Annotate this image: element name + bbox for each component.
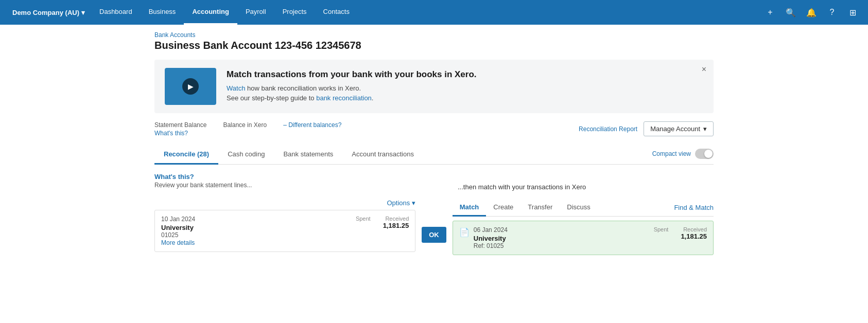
matched-tx-date: 06 Jan 2024: [474, 226, 650, 234]
watch-link[interactable]: Watch: [227, 84, 245, 92]
matched-transaction-row: 📄 06 Jan 2024 University Ref: 01025 Spen…: [453, 221, 714, 255]
bank-tx-date: 10 Jan 2024: [161, 216, 352, 223]
match-tab-match[interactable]: Match: [453, 199, 487, 217]
document-icon: 📄: [459, 227, 470, 237]
tab-reconcile[interactable]: Reconcile (28): [154, 145, 218, 165]
spacer: [419, 173, 449, 195]
match-tab-create[interactable]: Create: [486, 199, 520, 217]
page-title: Business Bank Account 123-456 12345678: [154, 40, 714, 51]
nav-item-payroll[interactable]: Payroll: [237, 0, 274, 25]
manage-account-chevron-icon: ▾: [703, 125, 707, 133]
breadcrumb[interactable]: Bank Accounts: [154, 31, 195, 39]
compact-view-label: Compact view: [652, 150, 691, 157]
left-section-header: What's this? Review your bank statement …: [154, 173, 410, 195]
toggle-knob: [704, 150, 713, 158]
bank-tx-amounts: Spent Received 1,181.25: [356, 216, 409, 229]
nav-item-projects[interactable]: Projects: [274, 0, 315, 25]
match-tab-discuss[interactable]: Discuss: [560, 199, 598, 217]
top-navigation: Demo Company (AU) ▾ Dashboard Business A…: [0, 0, 868, 25]
options-button[interactable]: Options ▾: [387, 199, 415, 207]
ok-button[interactable]: OK: [422, 227, 446, 243]
company-name-text: Demo Company (AU): [12, 9, 79, 16]
search-button[interactable]: 🔍: [782, 3, 800, 22]
page-header: Bank Accounts Business Bank Account 123-…: [0, 25, 868, 56]
matched-received-label: Received: [681, 226, 707, 232]
balance-labels-group: Statement Balance Balance in Xero – Diff…: [154, 121, 341, 137]
help-button[interactable]: ?: [823, 3, 841, 22]
left-sublabel: Review your bank statement lines...: [154, 182, 410, 189]
promo-content: Match transactions from your bank with y…: [227, 69, 703, 104]
right-sublabel: ...then match with your transactions in …: [458, 173, 714, 191]
received-label: Received: [383, 216, 409, 222]
spent-col: Spent: [356, 216, 371, 222]
grid-menu-button[interactable]: ⊞: [843, 3, 862, 22]
nav-item-accounting[interactable]: Accounting: [184, 0, 237, 25]
bank-tx-ref: 01025: [161, 231, 352, 239]
find-and-match-link[interactable]: Find & Match: [674, 200, 714, 216]
bank-tx-name: University: [161, 224, 352, 231]
balance-actions: Reconciliation Report Manage Account ▾: [579, 121, 714, 136]
nav-item-dashboard[interactable]: Dashboard: [91, 0, 141, 25]
manage-account-button[interactable]: Manage Account ▾: [644, 121, 714, 136]
matched-tx-ref: Ref: 01025: [474, 242, 650, 249]
received-col: Received 1,181.25: [383, 216, 409, 229]
promo-title: Match transactions from your bank with y…: [227, 69, 703, 80]
bank-tx-info: 10 Jan 2024 University 01025 More detail…: [161, 216, 352, 246]
nav-items: Dashboard Business Accounting Payroll Pr…: [91, 0, 761, 25]
matched-received-value: 1,181.25: [681, 232, 707, 240]
bank-reconciliation-link[interactable]: bank reconciliation: [316, 94, 372, 102]
matched-tx-name: University: [474, 235, 650, 242]
left-column: Options ▾ 10 Jan 2024 University 01025 M…: [154, 199, 415, 255]
right-column: Match Create Transfer Discuss Find & Mat…: [453, 199, 714, 255]
options-row: Options ▾: [154, 199, 415, 207]
received-value: 1,181.25: [383, 222, 409, 229]
balance-labels: Statement Balance Balance in Xero – Diff…: [154, 121, 341, 129]
promo-watch-text: Watch how bank reconciliation works in X…: [227, 84, 703, 92]
notifications-button[interactable]: 🔔: [802, 3, 821, 22]
bank-transaction-row: 10 Jan 2024 University 01025 More detail…: [154, 210, 415, 252]
statement-balance-label: Statement Balance: [154, 121, 206, 129]
tab-bank-statements[interactable]: Bank statements: [274, 145, 342, 165]
promo-close-button[interactable]: ×: [702, 65, 706, 74]
tab-cash-coding[interactable]: Cash coding: [218, 145, 274, 165]
match-tabs: Match Create Transfer Discuss Find & Mat…: [453, 199, 714, 217]
right-section-header: ...then match with your transactions in …: [458, 173, 714, 195]
reconciliation-report-link[interactable]: Reconciliation Report: [579, 125, 637, 133]
play-icon[interactable]: ▶: [182, 78, 199, 95]
promo-guide-text: See our step-by-step guide to bank recon…: [227, 94, 703, 102]
main-content: What's this? Review your bank statement …: [154, 165, 714, 263]
matched-tx-amounts: Spent Received 1,181.25: [654, 226, 707, 240]
company-selector[interactable]: Demo Company (AU) ▾: [6, 9, 91, 16]
promo-thumbnail[interactable]: ▶: [165, 68, 216, 105]
matched-spent-label: Spent: [654, 226, 669, 232]
main-tabs-container: Reconcile (28) Cash coding Bank statemen…: [154, 145, 714, 165]
whats-this-balance-link[interactable]: What's this?: [154, 130, 341, 137]
xero-balance-label: Balance in Xero: [223, 121, 267, 129]
balance-row: Statement Balance Balance in Xero – Diff…: [154, 121, 714, 141]
spent-label: Spent: [356, 216, 371, 222]
ok-btn-container: OK: [415, 199, 453, 255]
company-chevron-icon: ▾: [81, 9, 85, 16]
matched-spent-col: Spent: [654, 226, 669, 232]
options-chevron-icon: ▾: [412, 199, 415, 207]
different-balances-link[interactable]: – Different balances?: [283, 121, 341, 129]
reconcile-row: Options ▾ 10 Jan 2024 University 01025 M…: [154, 199, 714, 255]
compact-view-toggle[interactable]: [695, 149, 714, 159]
promo-banner: ▶ Match transactions from your bank with…: [154, 60, 714, 113]
compact-view-toggle-group: Compact view: [652, 149, 714, 161]
nav-item-contacts[interactable]: Contacts: [315, 0, 358, 25]
match-tab-transfer[interactable]: Transfer: [520, 199, 560, 217]
nav-right-icons: + 🔍 🔔 ? ⊞: [761, 3, 862, 22]
nav-item-business[interactable]: Business: [141, 0, 184, 25]
tab-account-transactions[interactable]: Account transactions: [342, 145, 423, 165]
whats-this-reconcile-link[interactable]: What's this?: [154, 173, 194, 181]
matched-tx-info: 06 Jan 2024 University Ref: 01025: [474, 226, 650, 249]
matched-received-col: Received 1,181.25: [681, 226, 707, 240]
add-button[interactable]: +: [761, 3, 779, 22]
more-details-link[interactable]: More details: [161, 239, 195, 246]
main-tabs: Reconcile (28) Cash coding Bank statemen…: [154, 145, 423, 164]
